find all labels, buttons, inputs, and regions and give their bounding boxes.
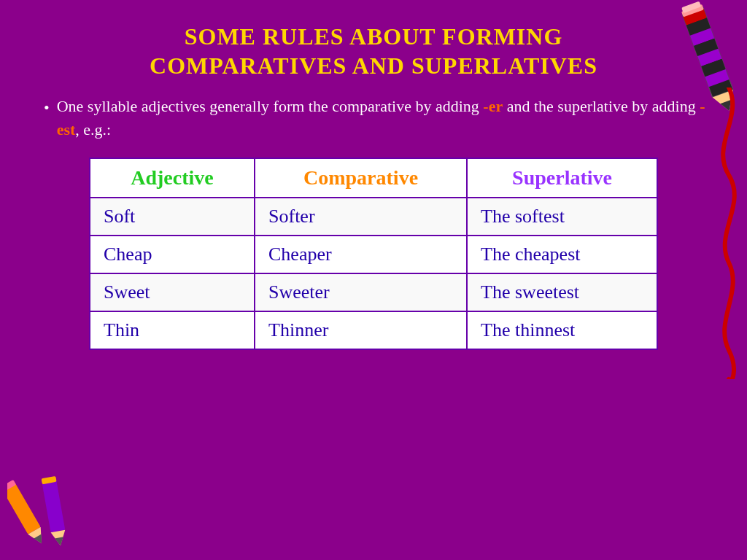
svg-marker-19 <box>55 537 65 546</box>
table-row: Cheap Cheaper The cheapest <box>90 236 657 273</box>
svg-rect-13 <box>7 483 41 534</box>
squiggle-right-icon <box>714 88 743 379</box>
bullet-text: • One syllable adjectives generally form… <box>44 95 711 141</box>
table-row: Sweet Sweeter The sweetest <box>90 273 657 311</box>
table-row: Soft Softer The softest <box>90 198 657 236</box>
er-highlight: -er <box>483 97 503 115</box>
superlative-sweetest: The sweetest <box>467 273 657 311</box>
bullet-content: One syllable adjectives generally form t… <box>57 95 711 141</box>
adjective-thin: Thin <box>90 311 255 349</box>
comparative-thinner: Thinner <box>255 311 467 349</box>
adjective-sweet: Sweet <box>90 273 255 311</box>
adjective-soft: Soft <box>90 198 255 236</box>
bullet-dot: • <box>44 96 50 120</box>
page-title: SOME RULES ABOUT FORMING COMPARATIVES AN… <box>36 22 711 80</box>
table-wrapper: Adjective Comparative Superlative Soft S… <box>89 158 658 350</box>
superlative-softest: The softest <box>467 198 657 236</box>
table-header: Adjective Comparative Superlative <box>90 158 657 198</box>
header-superlative: Superlative <box>467 158 657 198</box>
comparatives-table: Adjective Comparative Superlative Soft S… <box>89 158 658 350</box>
svg-rect-17 <box>42 480 65 532</box>
bullet-text-between: and the superlative by adding <box>503 97 700 115</box>
header-comparative: Comparative <box>255 158 467 198</box>
bullet-text-before-er: One syllable adjectives generally form t… <box>57 97 484 115</box>
table-row: Thin Thinner The thinnest <box>90 311 657 349</box>
comparative-softer: Softer <box>255 198 467 236</box>
pencils-bottom-left-icon <box>7 472 102 553</box>
comparative-sweeter: Sweeter <box>255 273 467 311</box>
header-adjective: Adjective <box>90 158 255 198</box>
bullet-section: • One syllable adjectives generally form… <box>36 95 711 141</box>
header-row: Adjective Comparative Superlative <box>90 158 657 198</box>
superlative-cheapest: The cheapest <box>467 236 657 273</box>
adjective-cheap: Cheap <box>90 236 255 273</box>
bullet-text-after: , e.g.: <box>75 120 111 139</box>
comparative-cheaper: Cheaper <box>255 236 467 273</box>
table-body: Soft Softer The softest Cheap Cheaper Th… <box>90 198 657 349</box>
superlative-thinnest: The thinnest <box>467 311 657 349</box>
page-container: SOME RULES ABOUT FORMING COMPARATIVES AN… <box>0 0 747 560</box>
